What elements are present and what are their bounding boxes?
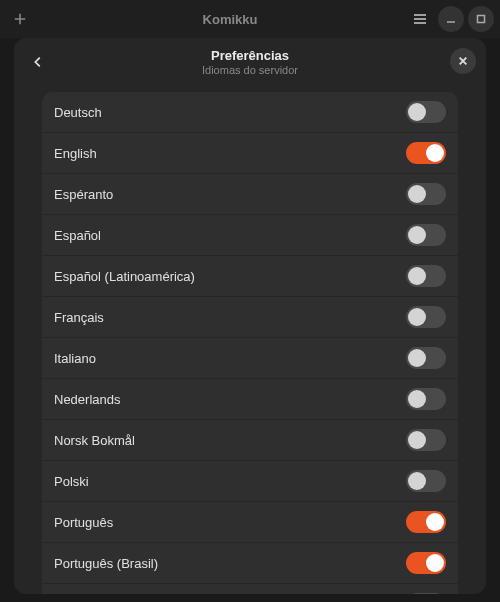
language-label: Português (Brasil) bbox=[54, 556, 158, 571]
language-row: Français bbox=[42, 297, 458, 338]
language-label: Nederlands bbox=[54, 392, 121, 407]
language-label: Deutsch bbox=[54, 105, 102, 120]
language-toggle[interactable] bbox=[406, 552, 446, 574]
close-button[interactable] bbox=[450, 48, 476, 74]
language-label: Italiano bbox=[54, 351, 96, 366]
language-label: Espéranto bbox=[54, 187, 113, 202]
language-row: Português bbox=[42, 502, 458, 543]
language-row: Español (Latinoamérica) bbox=[42, 256, 458, 297]
language-toggle[interactable] bbox=[406, 511, 446, 533]
toggle-knob bbox=[426, 144, 444, 162]
language-row: Italiano bbox=[42, 338, 458, 379]
add-icon[interactable] bbox=[6, 5, 34, 33]
language-row: Português (Brasil) bbox=[42, 543, 458, 584]
language-label: Norsk Bokmål bbox=[54, 433, 135, 448]
toggle-knob bbox=[408, 308, 426, 326]
preferences-sheet: Preferências Idiomas do servidor Deutsch… bbox=[14, 38, 486, 594]
language-toggle[interactable] bbox=[406, 142, 446, 164]
maximize-button[interactable] bbox=[468, 6, 494, 32]
language-toggle[interactable] bbox=[406, 388, 446, 410]
minimize-button[interactable] bbox=[438, 6, 464, 32]
svg-rect-0 bbox=[478, 16, 485, 23]
toggle-knob bbox=[408, 390, 426, 408]
toggle-knob bbox=[408, 472, 426, 490]
app-title: Komikku bbox=[86, 12, 374, 27]
language-row: Español bbox=[42, 215, 458, 256]
language-label: Español (Latinoamérica) bbox=[54, 269, 195, 284]
language-toggle[interactable] bbox=[406, 347, 446, 369]
language-toggle[interactable] bbox=[406, 593, 446, 594]
toggle-knob bbox=[408, 185, 426, 203]
language-row: Espéranto bbox=[42, 174, 458, 215]
toggle-knob bbox=[408, 103, 426, 121]
language-row: Norsk Bokmål bbox=[42, 420, 458, 461]
sheet-title: Preferências bbox=[211, 48, 289, 63]
toggle-knob bbox=[408, 431, 426, 449]
toggle-knob bbox=[408, 267, 426, 285]
language-toggle[interactable] bbox=[406, 101, 446, 123]
toggle-knob bbox=[426, 513, 444, 531]
language-toggle[interactable] bbox=[406, 183, 446, 205]
toggle-knob bbox=[408, 349, 426, 367]
language-toggle[interactable] bbox=[406, 306, 446, 328]
language-row: Nederlands bbox=[42, 379, 458, 420]
language-row: Deutsch bbox=[42, 92, 458, 133]
language-toggle[interactable] bbox=[406, 265, 446, 287]
sheet-header: Preferências Idiomas do servidor bbox=[14, 38, 486, 86]
language-toggle[interactable] bbox=[406, 429, 446, 451]
language-toggle[interactable] bbox=[406, 470, 446, 492]
language-label: Polski bbox=[54, 474, 89, 489]
window-titlebar: Komikku bbox=[0, 0, 500, 38]
sheet-subtitle: Idiomas do servidor bbox=[202, 64, 298, 76]
language-label: Español bbox=[54, 228, 101, 243]
language-label: Português bbox=[54, 515, 113, 530]
language-list: DeutschEnglishEspérantoEspañolEspañol (L… bbox=[14, 86, 486, 594]
language-row: English bbox=[42, 133, 458, 174]
toggle-knob bbox=[426, 554, 444, 572]
language-row: Polski bbox=[42, 461, 458, 502]
language-label: English bbox=[54, 146, 97, 161]
back-button[interactable] bbox=[24, 48, 52, 76]
toggle-knob bbox=[408, 226, 426, 244]
language-toggle[interactable] bbox=[406, 224, 446, 246]
language-row: Русский bbox=[42, 584, 458, 594]
language-label: Français bbox=[54, 310, 104, 325]
hamburger-menu-icon[interactable] bbox=[406, 5, 434, 33]
